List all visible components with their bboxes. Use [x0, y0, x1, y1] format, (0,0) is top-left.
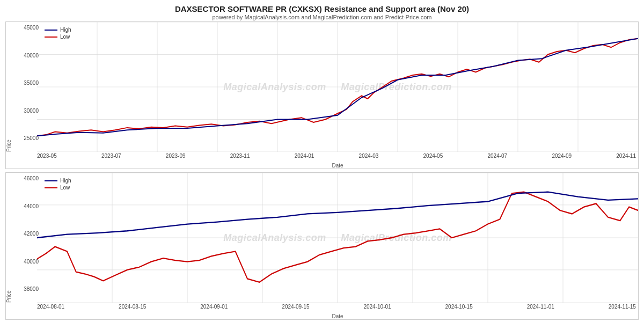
chart2-legend-high: High	[45, 178, 71, 184]
chart2-low-label: Low	[60, 185, 70, 191]
chart2-x-axis: 2024-08-01 2024-08-15 2024-09-01 2024-09…	[37, 303, 636, 313]
chart1-container: Price 45000 40000 35000 30000 25000 High	[5, 21, 639, 169]
chart1-plot: High Low MagicalAnalysis.com MagicalPred…	[37, 22, 638, 152]
chart2-svg	[37, 173, 638, 303]
chart2-y-label: Price	[6, 173, 13, 303]
chart2-high-line-icon	[45, 180, 57, 181]
chart1-high-label: High	[60, 27, 71, 33]
chart-title: DAXSECTOR SOFTWARE PR (CXKSX) Resistance…	[5, 4, 639, 13]
chart2-inner: Price 46000 44000 42000 40000 38000 High	[6, 173, 638, 303]
chart1-x-axis: 2023-05 2023-07 2023-09 2023-11 2024-01 …	[37, 152, 636, 163]
chart1-svg	[37, 22, 638, 152]
chart1-y-label: Price	[6, 22, 13, 152]
chart1-legend-high: High	[45, 27, 71, 33]
main-container: DAXSECTOR SOFTWARE PR (CXKSX) Resistance…	[0, 0, 644, 322]
chart1-legend: High Low	[41, 25, 75, 42]
chart1-high-line-icon	[45, 30, 57, 31]
chart2-plot: High Low MagicalAnalysis.com MagicalPred…	[37, 173, 638, 303]
charts-wrapper: Price 45000 40000 35000 30000 25000 High	[5, 21, 639, 320]
chart-subtitle: powered by MagicalAnalysis.com and Magic…	[5, 14, 639, 20]
header: DAXSECTOR SOFTWARE PR (CXKSX) Resistance…	[5, 4, 639, 20]
chart2-x-label: Date	[37, 313, 638, 319]
chart1-y-axis-wrapper: Price 45000 40000 35000 30000 25000	[6, 22, 37, 152]
chart1-low-line-icon	[45, 36, 57, 38]
chart2-low-line-icon	[45, 187, 57, 188]
chart1-x-label: Date	[37, 163, 638, 169]
chart1-inner: Price 45000 40000 35000 30000 25000 High	[6, 22, 638, 152]
chart1-low-label: Low	[60, 34, 70, 40]
chart2-legend-low: Low	[45, 185, 71, 191]
chart2-container: Price 46000 44000 42000 40000 38000 High	[5, 172, 639, 320]
chart2-y-axis-wrapper: Price 46000 44000 42000 40000 38000	[6, 173, 37, 303]
chart1-legend-low: Low	[45, 34, 71, 40]
chart2-legend: High Low	[41, 176, 75, 193]
chart2-high-label: High	[60, 178, 71, 184]
